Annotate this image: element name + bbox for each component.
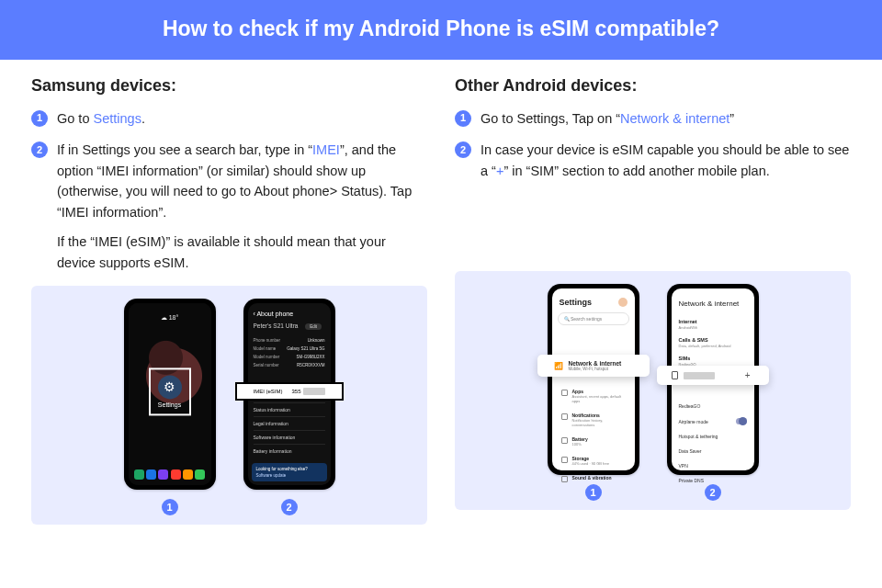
- notifications-icon: [561, 413, 568, 420]
- weather-widget: ☁ 18°: [129, 314, 211, 322]
- phone-frame: ☁ 18° ⚙ Settings: [124, 299, 216, 490]
- list-item: NotificationsNotification history, conve…: [558, 408, 629, 432]
- toggle-icon: [736, 418, 747, 424]
- phone-frame: Settings 🔍 Search settings 📶 Network & i…: [548, 284, 639, 475]
- list-item: RedteaGO: [679, 399, 747, 413]
- edit-button: Edit: [305, 323, 322, 330]
- samsung-step-1: 1 Go to Settings.: [31, 108, 427, 129]
- list-item: VPN: [679, 458, 747, 473]
- phone-screen: Network & internet InternetAndroidWifi C…: [672, 288, 754, 470]
- step-number-badge: 2: [31, 141, 48, 158]
- other-shot-1: Settings 🔍 Search settings 📶 Network & i…: [548, 284, 639, 501]
- step-text: ” in “SIM” section to add another mobile…: [503, 164, 769, 178]
- other-shot-2: Network & internet InternetAndroidWifi C…: [667, 284, 759, 501]
- list-item: Status information: [254, 402, 325, 416]
- content-columns: Samsung devices: 1 Go to Settings. 2 If …: [0, 60, 882, 525]
- list-item: Calls & SMSData, default, preferred, And…: [679, 334, 747, 352]
- keyword-imei: IMEI: [312, 142, 340, 157]
- list-item: Sound & vibration: [558, 470, 629, 487]
- list-item: Legal information: [254, 416, 325, 430]
- list-item: Battery100%: [558, 432, 629, 451]
- dock-icon: [195, 469, 205, 480]
- imei-masked: [303, 388, 325, 395]
- callout-subtitle: Mobile, Wi-Fi, hotspot: [569, 367, 622, 371]
- list-item: Battery information: [254, 444, 325, 458]
- other-heading: Other Android devices:: [455, 76, 851, 96]
- network-internet-callout: 📶 Network & internet Mobile, Wi-Fi, hots…: [537, 355, 650, 377]
- other-steps: 1 Go to Settings, Tap on “Network & inte…: [455, 108, 851, 181]
- about-phone-list: Status information Legal information Sof…: [254, 402, 325, 458]
- list-item: Data Saver: [679, 444, 747, 458]
- dock-icon: [158, 469, 168, 480]
- list-item: Software information: [254, 430, 325, 444]
- other-step-2: 2 In case your device is eSIM capable yo…: [455, 140, 851, 181]
- list-item: Storage44% used · 90 GB free: [558, 451, 629, 470]
- list-item: AppsAssistant, recent apps, default apps: [558, 384, 629, 408]
- step-number-badge: 1: [31, 110, 48, 127]
- step-text: Go to: [57, 111, 94, 126]
- phone-frame: ‹ About phone Peter's S21 Ultra Edit Pho…: [243, 299, 335, 490]
- samsung-screenshots: ☁ 18° ⚙ Settings: [31, 286, 427, 525]
- phone-frame: Network & internet InternetAndroidWifi C…: [667, 284, 759, 475]
- samsung-column: Samsung devices: 1 Go to Settings. 2 If …: [31, 76, 427, 525]
- other-step-1: 1 Go to Settings, Tap on “Network & inte…: [455, 108, 851, 129]
- apps-icon: [561, 390, 568, 396]
- step-text: .: [141, 111, 145, 126]
- phone-screen: ☁ 18° ⚙ Settings: [129, 303, 211, 485]
- network-internet-title: Network & internet: [672, 288, 754, 315]
- storage-icon: [561, 457, 568, 463]
- keyword-network-internet: Network & internet: [620, 111, 729, 126]
- page-title: How to check if my Android Phone is eSIM…: [0, 0, 882, 60]
- step-text: ”: [729, 111, 734, 126]
- step-text: Go to Settings, Tap on “: [481, 111, 620, 126]
- phone-screen: Settings 🔍 Search settings 📶 Network & i…: [552, 288, 635, 470]
- step-number-badge: 2: [455, 141, 471, 158]
- about-phone-header: ‹ About phone: [248, 303, 331, 322]
- card-link: Software update: [256, 473, 322, 478]
- list-item: Airplane mode: [679, 413, 747, 429]
- looking-for-card: Looking for something else? Software upd…: [252, 463, 327, 481]
- dock-icon: [183, 469, 193, 480]
- samsung-step-2: 2 If in Settings you see a search bar, t…: [31, 140, 427, 273]
- shot-number-badge: 2: [281, 499, 298, 515]
- device-info-rows: Phone numberUnknown Model nameGalaxy S21…: [248, 334, 331, 372]
- avatar-icon: [618, 298, 628, 307]
- imei-prefix: 355: [291, 389, 300, 394]
- app-dock: [134, 469, 206, 480]
- samsung-shot-1: ☁ 18° ⚙ Settings: [124, 299, 216, 515]
- imei-esim-callout: IMEI (eSIM) 355: [235, 382, 344, 401]
- phone-screen: ‹ About phone Peter's S21 Ultra Edit Pho…: [248, 303, 331, 485]
- samsung-heading: Samsung devices:: [31, 76, 427, 96]
- samsung-shot-2: ‹ About phone Peter's S21 Ultra Edit Pho…: [243, 299, 335, 515]
- callout-title: Network & internet: [569, 360, 622, 367]
- plus-icon: +: [741, 370, 754, 380]
- sims-callout: +: [657, 366, 769, 385]
- sim-name-masked: [684, 372, 715, 379]
- device-name: Peter's S21 Ultra Edit: [248, 322, 331, 334]
- wifi-icon: 📶: [554, 362, 563, 370]
- keyword-settings: Settings: [94, 111, 141, 126]
- device-name-text: Peter's S21 Ultra: [254, 322, 299, 329]
- dock-icon: [171, 469, 181, 480]
- settings-list: AppsAssistant, recent apps, default apps…: [558, 384, 629, 487]
- dock-icon: [146, 469, 156, 480]
- card-question: Looking for something else?: [256, 467, 322, 471]
- other-android-column: Other Android devices: 1 Go to Settings,…: [455, 76, 851, 525]
- imei-label: IMEI (eSIM): [254, 389, 283, 394]
- samsung-steps: 1 Go to Settings. 2 If in Settings you s…: [31, 108, 427, 273]
- network-rows: InternetAndroidWifi Calls & SMSData, def…: [672, 315, 754, 370]
- search-settings: 🔍 Search settings: [558, 312, 629, 325]
- other-screenshots: Settings 🔍 Search settings 📶 Network & i…: [455, 271, 851, 510]
- gear-icon: ⚙: [158, 376, 182, 400]
- step-extra-text: If the “IMEI (eSIM)” is available it sho…: [57, 232, 427, 273]
- step-number-badge: 1: [455, 110, 471, 127]
- dock-icon: [134, 469, 144, 480]
- battery-icon: [561, 437, 568, 444]
- list-item: Private DNS: [679, 473, 747, 488]
- list-item: InternetAndroidWifi: [679, 315, 747, 334]
- settings-app-highlight: ⚙ Settings: [149, 368, 191, 416]
- sim-icon: [672, 371, 678, 379]
- settings-label: Settings: [158, 402, 181, 409]
- sound-icon: [561, 476, 568, 482]
- shot-number-badge: 1: [162, 499, 178, 515]
